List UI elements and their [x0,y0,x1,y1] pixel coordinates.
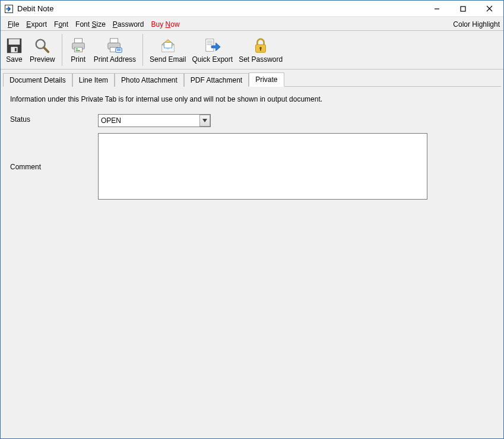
printer-icon [69,36,88,55]
toolbar-separator [62,34,62,66]
floppy-icon [5,36,24,55]
menu-color-highlight[interactable]: Color Highlight [453,19,500,30]
svg-rect-4 [11,47,17,52]
lock-icon [251,36,270,55]
magnifier-icon [33,36,52,55]
send-email-button[interactable]: Send Email [147,33,189,67]
menu-font-size[interactable]: Font Size [72,19,109,30]
preview-label: Preview [30,55,55,64]
set-password-label: Set Password [239,55,283,64]
toolbar: Save Preview Print [1,30,503,70]
svg-rect-10 [75,49,78,49]
svg-rect-11 [75,50,80,51]
tab-line-item[interactable]: Line Item [72,73,115,87]
close-button[interactable] [476,2,502,16]
window-title: Debit Note [17,4,53,13]
menu-password[interactable]: Password [109,19,148,30]
print-button[interactable]: Print [66,33,91,67]
print-address-button[interactable]: Print Address [91,33,139,67]
menu-font[interactable]: Font [50,19,72,30]
title-bar: Debit Note [1,1,503,17]
svg-rect-5 [15,48,17,52]
envelope-icon [159,36,177,55]
print-label: Print [71,55,85,64]
save-label: Save [6,55,22,64]
comment-label: Comment [10,162,98,171]
status-select[interactable] [98,114,211,127]
set-password-button[interactable]: Set Password [236,33,286,67]
menu-buy-now[interactable]: Buy Now [148,19,183,30]
tab-private[interactable]: Private [249,72,284,87]
tab-document-details[interactable]: Document Details [3,73,72,87]
print-address-label: Print Address [94,55,136,64]
quick-export-button[interactable]: Quick Export [189,33,236,67]
tab-photo-attachment[interactable]: Photo Attachment [115,73,184,87]
menu-file[interactable]: File [4,19,23,30]
svg-rect-22 [207,42,212,43]
tab-area: Document Details Line Item Photo Attachm… [3,72,501,438]
maximize-button[interactable] [450,2,476,16]
svg-rect-23 [207,44,212,45]
svg-rect-26 [260,48,261,51]
printer-address-icon [105,36,124,55]
status-value[interactable] [98,114,211,127]
menu-export[interactable]: Export [23,19,50,30]
svg-rect-3 [9,39,20,45]
toolbar-separator [142,34,143,66]
svg-rect-21 [207,41,212,42]
comment-input[interactable] [98,133,427,200]
private-info-text: Information under this Private Tab is fo… [10,95,494,103]
tab-content-private: Information under this Private Tab is fo… [3,87,501,438]
svg-rect-17 [117,50,121,51]
send-email-label: Send Email [150,55,186,64]
export-arrow-icon [203,36,222,55]
minimize-button[interactable] [424,2,450,16]
arrow-doc-icon [4,4,14,14]
svg-rect-1 [461,7,465,11]
svg-rect-12 [110,39,118,43]
tab-strip: Document Details Line Item Photo Attachm… [3,72,501,87]
svg-rect-9 [74,48,82,52]
status-label: Status [10,114,98,124]
svg-rect-19 [164,42,172,48]
quick-export-label: Quick Export [192,55,233,64]
app-window: Debit Note File Export Font Font Size Pa… [0,0,504,439]
preview-button[interactable]: Preview [27,33,58,67]
tab-pdf-attachment[interactable]: PDF Attachment [184,73,249,87]
menu-bar: File Export Font Font Size Password Buy … [1,17,503,30]
svg-rect-16 [117,49,121,50]
svg-rect-7 [74,39,82,43]
save-button[interactable]: Save [2,33,27,67]
